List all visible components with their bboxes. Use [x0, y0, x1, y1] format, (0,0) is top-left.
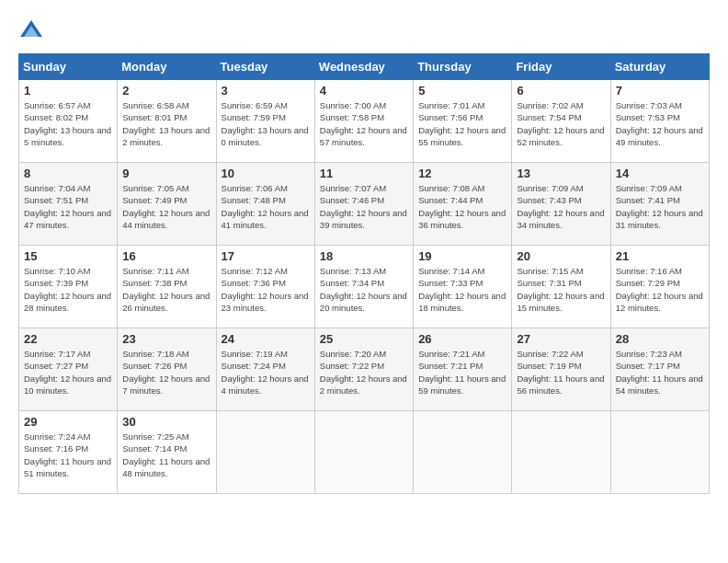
- day-info: Sunrise: 7:19 AM Sunset: 7:24 PM Dayligh…: [222, 348, 310, 396]
- day-number: 10: [222, 167, 310, 180]
- calendar-cell: 27 Sunrise: 7:22 AM Sunset: 7:19 PM Dayl…: [512, 328, 610, 411]
- day-info: Sunrise: 7:09 AM Sunset: 7:41 PM Dayligh…: [616, 182, 704, 231]
- day-info: Sunrise: 7:12 AM Sunset: 7:36 PM Dayligh…: [222, 265, 310, 314]
- calendar-cell: [314, 411, 413, 494]
- calendar-week-row: 22 Sunrise: 7:17 AM Sunset: 7:27 PM Dayl…: [19, 328, 710, 411]
- header-row: SundayMondayTuesdayWednesdayThursdayFrid…: [19, 54, 710, 80]
- day-number: 3: [222, 84, 310, 98]
- calendar-cell: 24 Sunrise: 7:19 AM Sunset: 7:24 PM Dayl…: [216, 328, 314, 411]
- day-number: 20: [517, 249, 605, 263]
- calendar-cell: 28 Sunrise: 7:23 AM Sunset: 7:17 PM Dayl…: [610, 328, 709, 411]
- calendar-week-row: 15 Sunrise: 7:10 AM Sunset: 7:39 PM Dayl…: [19, 246, 710, 328]
- day-number: 29: [24, 415, 112, 429]
- day-number: 28: [616, 332, 704, 346]
- day-number: 19: [418, 249, 506, 263]
- day-number: 7: [616, 84, 704, 98]
- day-info: Sunrise: 7:13 AM Sunset: 7:34 PM Dayligh…: [320, 265, 408, 314]
- calendar-body: 1 Sunrise: 6:57 AM Sunset: 8:02 PM Dayli…: [19, 80, 710, 494]
- header-cell-tuesday: Tuesday: [216, 54, 314, 80]
- day-info: Sunrise: 6:59 AM Sunset: 7:59 PM Dayligh…: [222, 99, 310, 148]
- day-number: 9: [122, 167, 210, 180]
- day-number: 23: [122, 332, 210, 346]
- header-cell-friday: Friday: [512, 54, 610, 80]
- calendar-cell: 2 Sunrise: 6:58 AM Sunset: 8:01 PM Dayli…: [118, 80, 216, 163]
- day-number: 21: [616, 249, 704, 263]
- calendar-cell: 22 Sunrise: 7:17 AM Sunset: 7:27 PM Dayl…: [19, 328, 118, 411]
- calendar-cell: 8 Sunrise: 7:04 AM Sunset: 7:51 PM Dayli…: [19, 163, 118, 246]
- day-info: Sunrise: 7:23 AM Sunset: 7:17 PM Dayligh…: [616, 348, 704, 396]
- calendar-cell: 3 Sunrise: 6:59 AM Sunset: 7:59 PM Dayli…: [216, 80, 314, 163]
- calendar-cell: [512, 411, 610, 494]
- calendar-cell: 6 Sunrise: 7:02 AM Sunset: 7:54 PM Dayli…: [512, 80, 610, 163]
- logo: [18, 18, 48, 44]
- calendar-cell: 10 Sunrise: 7:06 AM Sunset: 7:48 PM Dayl…: [216, 163, 314, 246]
- day-number: 8: [24, 167, 112, 180]
- calendar-cell: 15 Sunrise: 7:10 AM Sunset: 7:39 PM Dayl…: [19, 246, 118, 328]
- day-number: 5: [418, 84, 506, 98]
- day-info: Sunrise: 7:09 AM Sunset: 7:43 PM Dayligh…: [517, 182, 605, 231]
- day-number: 15: [24, 249, 112, 263]
- day-info: Sunrise: 7:01 AM Sunset: 7:56 PM Dayligh…: [418, 99, 506, 148]
- day-info: Sunrise: 7:10 AM Sunset: 7:39 PM Dayligh…: [24, 265, 112, 314]
- day-number: 12: [418, 167, 506, 180]
- header-cell-sunday: Sunday: [19, 54, 118, 80]
- calendar-week-row: 1 Sunrise: 6:57 AM Sunset: 8:02 PM Dayli…: [19, 80, 710, 163]
- calendar-header: SundayMondayTuesdayWednesdayThursdayFrid…: [19, 54, 710, 80]
- day-info: Sunrise: 7:20 AM Sunset: 7:22 PM Dayligh…: [320, 348, 408, 396]
- day-number: 14: [616, 167, 704, 180]
- day-number: 13: [517, 167, 605, 180]
- day-number: 27: [517, 332, 605, 346]
- day-info: Sunrise: 7:05 AM Sunset: 7:49 PM Dayligh…: [122, 182, 210, 231]
- calendar-cell: 18 Sunrise: 7:13 AM Sunset: 7:34 PM Dayl…: [314, 246, 413, 328]
- calendar-cell: 17 Sunrise: 7:12 AM Sunset: 7:36 PM Dayl…: [216, 246, 314, 328]
- day-number: 18: [320, 249, 408, 263]
- day-info: Sunrise: 7:21 AM Sunset: 7:21 PM Dayligh…: [418, 348, 506, 396]
- calendar-cell: [610, 411, 709, 494]
- calendar-cell: [216, 411, 314, 494]
- calendar-cell: 19 Sunrise: 7:14 AM Sunset: 7:33 PM Dayl…: [414, 246, 512, 328]
- calendar-cell: 12 Sunrise: 7:08 AM Sunset: 7:44 PM Dayl…: [414, 163, 512, 246]
- day-number: 16: [122, 249, 210, 263]
- day-info: Sunrise: 7:15 AM Sunset: 7:31 PM Dayligh…: [517, 265, 605, 314]
- calendar-cell: 5 Sunrise: 7:01 AM Sunset: 7:56 PM Dayli…: [414, 80, 512, 163]
- calendar-cell: 11 Sunrise: 7:07 AM Sunset: 7:46 PM Dayl…: [314, 163, 413, 246]
- day-number: 26: [418, 332, 506, 346]
- calendar-cell: 9 Sunrise: 7:05 AM Sunset: 7:49 PM Dayli…: [118, 163, 216, 246]
- day-info: Sunrise: 7:25 AM Sunset: 7:14 PM Dayligh…: [122, 431, 210, 479]
- day-number: 4: [320, 84, 408, 98]
- calendar-cell: 25 Sunrise: 7:20 AM Sunset: 7:22 PM Dayl…: [314, 328, 413, 411]
- day-info: Sunrise: 7:04 AM Sunset: 7:51 PM Dayligh…: [24, 182, 112, 231]
- day-info: Sunrise: 7:02 AM Sunset: 7:54 PM Dayligh…: [517, 99, 605, 148]
- calendar-cell: 21 Sunrise: 7:16 AM Sunset: 7:29 PM Dayl…: [610, 246, 709, 328]
- calendar-cell: 20 Sunrise: 7:15 AM Sunset: 7:31 PM Dayl…: [512, 246, 610, 328]
- header-cell-thursday: Thursday: [414, 54, 512, 80]
- day-info: Sunrise: 6:58 AM Sunset: 8:01 PM Dayligh…: [122, 99, 210, 148]
- day-number: 30: [122, 415, 210, 429]
- calendar-cell: 30 Sunrise: 7:25 AM Sunset: 7:14 PM Dayl…: [118, 411, 216, 494]
- day-number: 24: [222, 332, 310, 346]
- day-info: Sunrise: 7:08 AM Sunset: 7:44 PM Dayligh…: [418, 182, 506, 231]
- day-number: 2: [122, 84, 210, 98]
- day-info: Sunrise: 7:14 AM Sunset: 7:33 PM Dayligh…: [418, 265, 506, 314]
- calendar-cell: 29 Sunrise: 7:24 AM Sunset: 7:16 PM Dayl…: [19, 411, 118, 494]
- day-info: Sunrise: 7:24 AM Sunset: 7:16 PM Dayligh…: [24, 431, 112, 479]
- calendar-table: SundayMondayTuesdayWednesdayThursdayFrid…: [18, 53, 710, 494]
- day-info: Sunrise: 7:18 AM Sunset: 7:26 PM Dayligh…: [122, 348, 210, 396]
- day-info: Sunrise: 7:06 AM Sunset: 7:48 PM Dayligh…: [222, 182, 310, 231]
- calendar-cell: 13 Sunrise: 7:09 AM Sunset: 7:43 PM Dayl…: [512, 163, 610, 246]
- calendar-cell: 23 Sunrise: 7:18 AM Sunset: 7:26 PM Dayl…: [118, 328, 216, 411]
- calendar-cell: 16 Sunrise: 7:11 AM Sunset: 7:38 PM Dayl…: [118, 246, 216, 328]
- calendar-cell: 26 Sunrise: 7:21 AM Sunset: 7:21 PM Dayl…: [414, 328, 512, 411]
- header-cell-wednesday: Wednesday: [314, 54, 413, 80]
- day-number: 1: [24, 84, 112, 98]
- day-info: Sunrise: 7:07 AM Sunset: 7:46 PM Dayligh…: [320, 182, 408, 231]
- day-number: 22: [24, 332, 112, 346]
- day-number: 17: [222, 249, 310, 263]
- day-number: 6: [517, 84, 605, 98]
- calendar-cell: 14 Sunrise: 7:09 AM Sunset: 7:41 PM Dayl…: [610, 163, 709, 246]
- header-cell-saturday: Saturday: [610, 54, 709, 80]
- logo-icon: [18, 18, 44, 44]
- calendar-cell: 7 Sunrise: 7:03 AM Sunset: 7:53 PM Dayli…: [610, 80, 709, 163]
- calendar-cell: [414, 411, 512, 494]
- day-info: Sunrise: 7:16 AM Sunset: 7:29 PM Dayligh…: [616, 265, 704, 314]
